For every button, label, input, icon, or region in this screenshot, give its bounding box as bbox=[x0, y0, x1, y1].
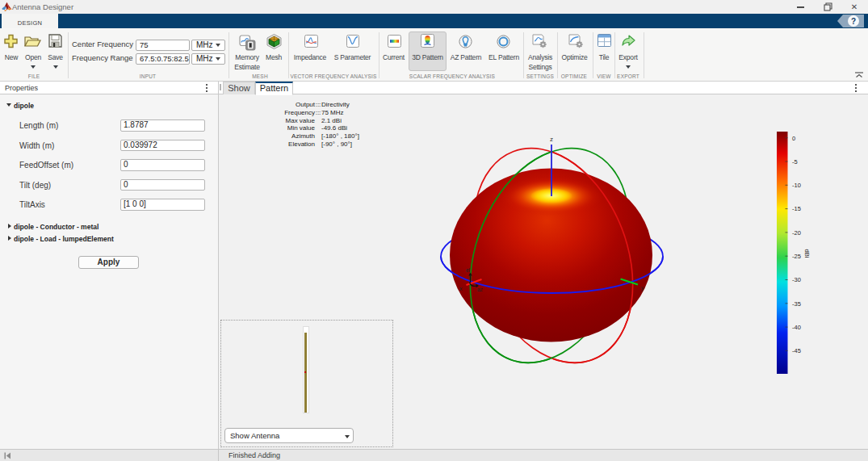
svg-text:-25: -25 bbox=[792, 253, 801, 260]
svg-text:y: y bbox=[641, 285, 644, 291]
svg-text:-5: -5 bbox=[792, 158, 798, 166]
svg-text:el: el bbox=[466, 267, 471, 273]
svg-text:-35: -35 bbox=[792, 300, 801, 308]
svg-text:?: ? bbox=[851, 17, 856, 26]
svg-text:z: z bbox=[550, 136, 553, 143]
svg-text:0: 0 bbox=[792, 135, 795, 142]
svg-text:-40: -40 bbox=[792, 324, 801, 331]
svg-text:-15: -15 bbox=[792, 205, 801, 212]
svg-text:dBi: dBi bbox=[803, 249, 811, 258]
svg-text:-20: -20 bbox=[792, 229, 801, 237]
svg-text:-10: -10 bbox=[792, 182, 801, 189]
svg-text:x: x bbox=[459, 286, 463, 291]
svg-text:az: az bbox=[477, 287, 483, 292]
svg-text:-30: -30 bbox=[792, 276, 801, 283]
svg-text:-45: -45 bbox=[792, 347, 801, 354]
